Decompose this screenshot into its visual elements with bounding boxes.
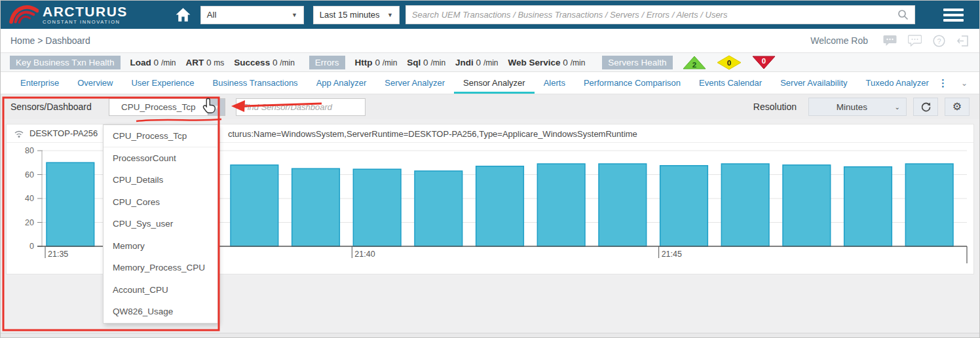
dropdown-option-memory-process-cpu[interactable]: Memory_Process_CPU [104,257,217,279]
jndi-metric: Jndi 0 /min [455,58,498,67]
wifi-icon [14,129,24,138]
svg-text:?: ? [937,37,941,45]
scope-select[interactable]: All ▼ [200,6,304,24]
svg-text:80: 80 [25,146,34,155]
tab-overview[interactable]: Overview [68,72,122,94]
dropdown-option-cpu-cores[interactable]: CPU_Cores [104,191,217,214]
logout-icon[interactable] [956,35,970,47]
arcturus-swoosh-icon [9,3,39,27]
svg-text:20: 20 [25,218,34,227]
svg-text:21:45: 21:45 [662,250,682,259]
help-icon[interactable]: ? [933,35,945,47]
healthy-servers-indicator[interactable]: 2 [682,55,707,70]
sensors-toolbar: Sensors/Dashboard CPU_Process_Tcp ▾ Reso… [1,94,979,119]
dropdown-option-account-cpu[interactable]: Account_CPU [104,279,217,301]
load-metric: Load 0 /min [130,58,176,67]
refresh-button[interactable] [913,98,938,116]
settings-button[interactable]: ⚙ [945,98,970,116]
time-range-value: Last 15 minutes [320,10,380,20]
chevron-down-icon[interactable]: ⌄ [961,79,968,88]
http-metric: Http 0 /min [355,58,398,67]
tab-server-availability[interactable]: Server Availability [771,72,856,94]
sensor-select-value: CPU_Process_Tcp [109,102,208,112]
tab-sensor-analyzer[interactable]: Sensor Analyzer [454,72,535,94]
breadcrumb-row: Home > Dashboard Welcome Rob ? [1,29,979,53]
sensor-dropdown-menu: CPU_Process_Tcp ProcessorCount CPU_Detai… [103,124,218,324]
chevron-down-icon[interactable]: ▾ [208,99,225,115]
resolution-value: Minutes [809,102,895,112]
bottom-edge [1,333,979,337]
dropdown-option-cpu-sys-user[interactable]: CPU_Sys_user [104,213,217,235]
errors-badge[interactable]: Errors [309,56,345,69]
brand-logo: ARCTURUS CONSTANT INNOVATION [9,3,128,27]
search-icon[interactable] [897,9,909,20]
svg-text:21:40: 21:40 [354,250,375,259]
tab-events-calendar[interactable]: Events Calendar [690,72,771,94]
resolution-select[interactable]: Minutes ⌄ [808,98,907,116]
dropdown-option-processorcount[interactable]: ProcessorCount [104,147,217,170]
resolution-label: Resolution [753,102,797,112]
tab-business-transactions[interactable]: Business Transactions [204,72,307,94]
brand-name: ARCTURUS [43,5,128,18]
svg-text:21:35: 21:35 [48,250,68,259]
critical-servers-indicator[interactable]: 0 [751,55,776,70]
yellow-diamond-icon: 0 [716,55,742,70]
dropdown-option-qw826-usage[interactable]: QW826_Usage [104,301,217,323]
tab-user-experience[interactable]: User Experience [122,72,203,94]
tab-alerts[interactable]: Alerts [535,72,575,94]
sql-metric: Sql 0 /min [407,58,445,67]
warning-servers-indicator[interactable]: 0 [716,55,742,70]
art-metric: ART 0 ms [186,58,225,67]
app-root: { "colors": { "navbar_bg": "#185a7d", "t… [0,0,980,338]
tab-tuxedo-analyzer[interactable]: Tuxedo Analyzer [857,72,938,94]
chat-outline-icon[interactable] [908,35,922,47]
svg-text:0: 0 [29,242,34,251]
svg-text:2: 2 [692,60,696,68]
web-service-metric: Web Service 0 /min [508,58,586,67]
refresh-icon [920,102,932,113]
chart-title-host: DESKTOP-PA256 [29,128,98,138]
analyzer-tabs: Enterprise Overview User Experience Busi… [1,72,979,94]
brand-tagline: CONSTANT INNOVATION [43,20,128,25]
green-up-triangle-icon: 2 [682,55,707,70]
home-button[interactable] [175,7,191,22]
gear-icon: ⚙ [952,102,962,112]
tab-performance-comparison[interactable]: Performance Comparison [575,72,690,94]
svg-text:0: 0 [726,58,730,66]
more-tabs-icon[interactable]: ⋮ [938,77,948,89]
dropdown-option-memory[interactable]: Memory [104,235,217,257]
global-search [405,5,915,24]
success-metric: Success 0 /min [234,58,295,67]
key-business-txn-health-badge[interactable]: Key Business Txn Health [10,56,121,69]
breadcrumb[interactable]: Home > Dashboard [10,35,90,46]
top-navbar: ARCTURUS CONSTANT INNOVATION All ▼ Last … [1,1,979,29]
annotation-underline [136,119,221,121]
sensors-dashboard-label: Sensors/Dashboard [10,102,92,112]
scope-select-value: All [207,10,216,20]
time-range-select[interactable]: Last 15 minutes ▼ [313,6,400,24]
tab-enterprise[interactable]: Enterprise [11,72,68,94]
svg-text:0: 0 [761,56,765,64]
welcome-text: Welcome Rob [810,35,868,46]
sensor-select[interactable]: CPU_Process_Tcp ▾ [109,98,225,116]
svg-text:40: 40 [25,194,34,203]
find-sensor-input[interactable] [236,98,366,116]
chart-title-mbean: cturus:Name=WindowsSystem,ServerRuntime=… [228,129,637,139]
svg-text:60: 60 [25,170,34,179]
tab-server-analyzer[interactable]: Server Analyzer [375,72,454,94]
tab-app-analyzer[interactable]: App Analyzer [307,72,376,94]
status-bar: Key Business Txn Health Load 0 /min ART … [1,53,979,72]
chevron-down-icon: ⌄ [895,103,906,111]
home-icon [175,7,191,22]
dropdown-option-cpu-process-tcp[interactable]: CPU_Process_Tcp [104,125,217,147]
chevron-down-icon: ▼ [292,12,297,18]
servers-health-badge[interactable]: Servers Health [602,56,672,69]
global-search-input[interactable] [412,10,897,20]
red-down-triangle-icon: 0 [751,55,776,70]
chevron-down-icon: ▼ [387,12,393,18]
chat-filled-icon[interactable] [883,35,897,47]
hamburger-menu-icon[interactable] [943,6,964,24]
dropdown-option-cpu-details[interactable]: CPU_Details [104,169,217,191]
